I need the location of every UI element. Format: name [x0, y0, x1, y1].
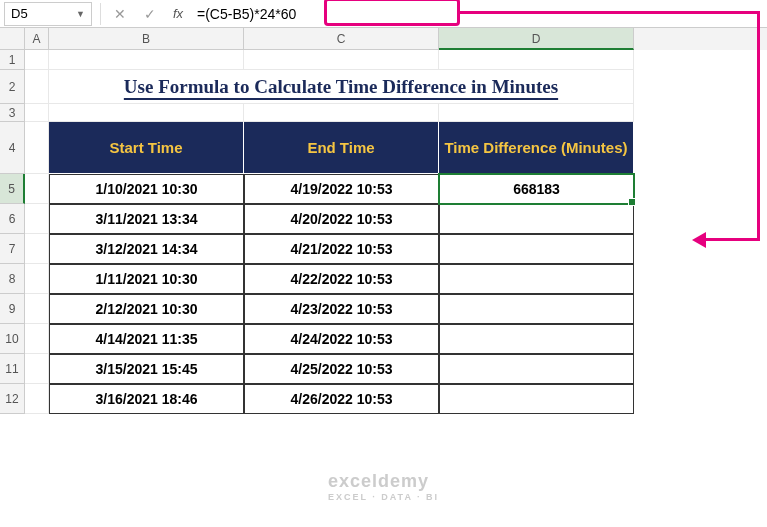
row-11: 113/15/2021 15:454/25/2022 10:53 — [0, 354, 767, 384]
row-header-8[interactable]: 8 — [0, 264, 25, 294]
cell-A8[interactable] — [25, 264, 49, 294]
cell-D3[interactable] — [439, 104, 634, 122]
cell-A3[interactable] — [25, 104, 49, 122]
cell-A1[interactable] — [25, 50, 49, 70]
col-header-C[interactable]: C — [244, 28, 439, 50]
row-header-1[interactable]: 1 — [0, 50, 25, 70]
row-12: 123/16/2021 18:464/26/2022 10:53 — [0, 384, 767, 414]
row-header-6[interactable]: 6 — [0, 204, 25, 234]
row-header-2[interactable]: 2 — [0, 70, 25, 104]
cell-A7[interactable] — [25, 234, 49, 264]
cell-B7[interactable]: 3/12/2021 14:34 — [49, 234, 244, 264]
cell-C8[interactable]: 4/22/2022 10:53 — [244, 264, 439, 294]
cell-B8[interactable]: 1/11/2021 10:30 — [49, 264, 244, 294]
cell-D1[interactable] — [439, 50, 634, 70]
row-header-10[interactable]: 10 — [0, 324, 25, 354]
cell-D7[interactable] — [439, 234, 634, 264]
name-box[interactable]: D5 ▼ — [4, 2, 92, 26]
enter-icon[interactable]: ✓ — [135, 6, 165, 22]
row-9: 92/12/2021 10:304/23/2022 10:53 — [0, 294, 767, 324]
cell-A11[interactable] — [25, 354, 49, 384]
row-5: 51/10/2021 10:304/19/2022 10:53668183 — [0, 174, 767, 204]
row-header-5[interactable]: 5 — [0, 174, 25, 204]
cell-D10[interactable] — [439, 324, 634, 354]
cell-D9[interactable] — [439, 294, 634, 324]
cell-C11[interactable]: 4/25/2022 10:53 — [244, 354, 439, 384]
annotation-arrow — [460, 11, 760, 14]
cell-C9[interactable]: 4/23/2022 10:53 — [244, 294, 439, 324]
row-1: 1 — [0, 50, 767, 70]
annotation-arrow — [757, 11, 760, 241]
watermark-sub: EXCEL · DATA · BI — [328, 492, 439, 502]
cell-D12[interactable] — [439, 384, 634, 414]
cancel-icon[interactable]: ✕ — [105, 6, 135, 22]
row-header-9[interactable]: 9 — [0, 294, 25, 324]
cell-B3[interactable] — [49, 104, 244, 122]
row-6: 63/11/2021 13:344/20/2022 10:53 — [0, 204, 767, 234]
row-2: 2 Use Formula to Calculate Time Differen… — [0, 70, 767, 104]
cell-B9[interactable]: 2/12/2021 10:30 — [49, 294, 244, 324]
cell-B11[interactable]: 3/15/2021 15:45 — [49, 354, 244, 384]
cell-A4[interactable] — [25, 122, 49, 174]
row-7: 73/12/2021 14:344/21/2022 10:53 — [0, 234, 767, 264]
column-headers: A B C D — [0, 28, 767, 50]
cell-C1[interactable] — [244, 50, 439, 70]
cell-C5[interactable]: 4/19/2022 10:53 — [244, 174, 439, 204]
cell-D5[interactable]: 668183 — [439, 174, 634, 204]
cell-D6[interactable] — [439, 204, 634, 234]
row-header-11[interactable]: 11 — [0, 354, 25, 384]
cell-A9[interactable] — [25, 294, 49, 324]
cell-C3[interactable] — [244, 104, 439, 122]
spreadsheet-grid: A B C D 1 2 Use Formula to Calculate Tim… — [0, 28, 767, 414]
cell-C12[interactable]: 4/26/2022 10:53 — [244, 384, 439, 414]
cell-A6[interactable] — [25, 204, 49, 234]
cell-C6[interactable]: 4/20/2022 10:53 — [244, 204, 439, 234]
cell-D8[interactable] — [439, 264, 634, 294]
cell-B10[interactable]: 4/14/2021 11:35 — [49, 324, 244, 354]
watermark-main: exceldemy — [328, 471, 429, 491]
cell-B12[interactable]: 3/16/2021 18:46 — [49, 384, 244, 414]
fx-icon[interactable]: fx — [165, 6, 191, 21]
col-header-B[interactable]: B — [49, 28, 244, 50]
annotation-arrow — [700, 238, 760, 241]
watermark: exceldemy EXCEL · DATA · BI — [328, 471, 439, 502]
cell-A2[interactable] — [25, 70, 49, 104]
cell-B1[interactable] — [49, 50, 244, 70]
row-3: 3 — [0, 104, 767, 122]
cell-A10[interactable] — [25, 324, 49, 354]
col-header-A[interactable]: A — [25, 28, 49, 50]
chevron-down-icon: ▼ — [76, 9, 85, 19]
row-10: 104/14/2021 11:354/24/2022 10:53 — [0, 324, 767, 354]
cell-B6[interactable]: 3/11/2021 13:34 — [49, 204, 244, 234]
separator — [100, 3, 101, 25]
header-end-time[interactable]: End Time — [244, 122, 439, 174]
row-header-4[interactable]: 4 — [0, 122, 25, 174]
name-box-value: D5 — [11, 6, 28, 21]
cell-A5[interactable] — [25, 174, 49, 204]
title-cell[interactable]: Use Formula to Calculate Time Difference… — [49, 70, 634, 104]
formula-bar: D5 ▼ ✕ ✓ fx — [0, 0, 767, 28]
row-header-7[interactable]: 7 — [0, 234, 25, 264]
row-header-3[interactable]: 3 — [0, 104, 25, 122]
cell-C10[interactable]: 4/24/2022 10:53 — [244, 324, 439, 354]
row-4: 4 Start Time End Time Time Difference (M… — [0, 122, 767, 174]
header-time-diff[interactable]: Time Difference (Minutes) — [439, 122, 634, 174]
row-8: 81/11/2021 10:304/22/2022 10:53 — [0, 264, 767, 294]
cell-A12[interactable] — [25, 384, 49, 414]
annotation-arrow-head — [692, 232, 706, 248]
cell-B5[interactable]: 1/10/2021 10:30 — [49, 174, 244, 204]
col-header-D[interactable]: D — [439, 28, 634, 50]
row-header-12[interactable]: 12 — [0, 384, 25, 414]
cell-D11[interactable] — [439, 354, 634, 384]
cell-C7[interactable]: 4/21/2022 10:53 — [244, 234, 439, 264]
select-all-corner[interactable] — [0, 28, 25, 50]
header-start-time[interactable]: Start Time — [49, 122, 244, 174]
